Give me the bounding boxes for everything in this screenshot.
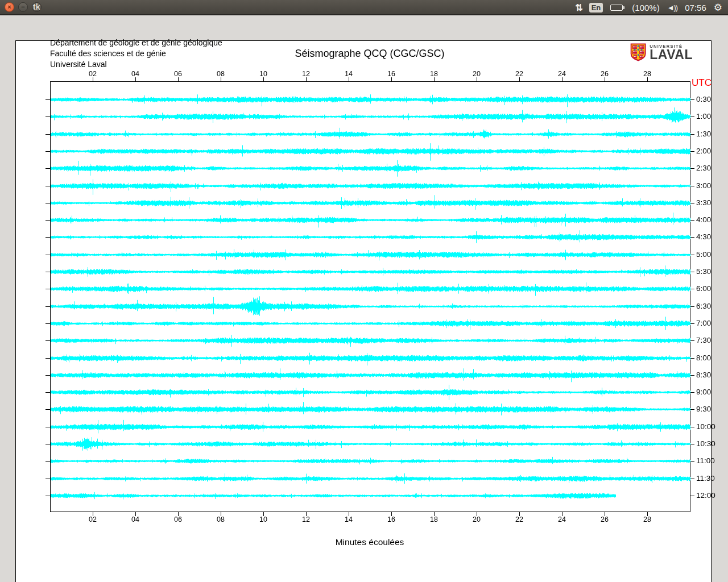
x-tick-label: 24	[553, 516, 570, 523]
x-tick-label: 06	[169, 516, 187, 523]
utc-axis-title: UTC	[692, 77, 712, 89]
system-tray: ⇅ En (100%) ◄)) 07:56 ⚙	[575, 0, 722, 15]
x-tick-label: 02	[84, 516, 101, 523]
window-titlebar: × − tk ⇅ En (100%) ◄)) 07:56 ⚙	[0, 0, 728, 15]
institution-line-2: Faculté des sciences et de génie	[50, 48, 166, 59]
x-tick-label: 22	[511, 70, 528, 78]
x-tick-label: 14	[340, 70, 357, 78]
x-tick-label: 04	[127, 516, 144, 523]
x-tick-label: 28	[639, 516, 656, 523]
x-tick-label: 20	[468, 70, 485, 78]
utc-time-label: 10:00	[696, 422, 715, 431]
utc-time-label: 4:30	[696, 232, 711, 242]
chart-title: Séismographe QCQ (CGC/GSC)	[199, 48, 540, 60]
x-tick-label: 20	[468, 516, 485, 523]
network-indicator-icon[interactable]: ⇅	[575, 2, 581, 13]
keyboard-layout-indicator[interactable]: En	[589, 3, 603, 13]
battery-percentage[interactable]: (100%)	[632, 3, 659, 13]
utc-time-label: 1:30	[696, 130, 711, 139]
minimize-button[interactable]: −	[18, 2, 28, 12]
x-tick-label: 12	[297, 516, 315, 523]
x-tick-label: 10	[255, 70, 272, 78]
utc-time-label: 1:00	[696, 112, 711, 121]
x-axis-title: Minutes écoulées	[256, 537, 483, 547]
x-tick-label: 12	[297, 70, 315, 78]
utc-time-label: 6:30	[696, 302, 711, 311]
x-tick-label: 28	[639, 70, 656, 78]
utc-time-label: 3:30	[696, 198, 711, 207]
close-button[interactable]: ×	[5, 2, 14, 12]
x-tick-label: 26	[596, 70, 613, 78]
utc-time-label: 11:00	[696, 456, 715, 465]
x-tick-label: 22	[511, 516, 528, 523]
institution-line-3: Université Laval	[50, 59, 107, 70]
x-tick-label: 18	[425, 516, 442, 523]
utc-time-label: 8:30	[696, 371, 711, 380]
utc-time-label: 0:30	[696, 95, 711, 104]
volume-icon[interactable]: ◄))	[667, 3, 678, 12]
window-title: tk	[33, 2, 40, 11]
utc-time-label: 2:00	[696, 147, 711, 156]
x-tick-label: 26	[596, 516, 613, 523]
utc-time-label: 2:30	[696, 164, 711, 173]
utc-time-label: 10:30	[696, 439, 715, 448]
helicorder-plot	[0, 15, 728, 582]
utc-time-label: 12:00	[696, 491, 715, 500]
utc-time-label: 7:30	[696, 336, 711, 345]
x-tick-label: 24	[553, 70, 570, 78]
clock[interactable]: 07:56	[685, 3, 706, 13]
session-gear-icon[interactable]: ⚙	[714, 2, 722, 14]
institution-line-1: Département de géologie et de génie géol…	[50, 38, 222, 48]
utc-time-label: 11:30	[696, 474, 715, 483]
utc-time-label: 6:00	[696, 284, 711, 293]
x-tick-label: 04	[127, 70, 144, 78]
laval-shield-icon	[630, 39, 646, 65]
x-tick-label: 18	[425, 70, 442, 78]
utc-time-label: 5:00	[696, 250, 711, 259]
battery-icon[interactable]	[610, 5, 624, 11]
x-tick-label: 16	[383, 516, 400, 523]
universite-laval-logo: UNIVERSITÉ LAVAL	[630, 39, 693, 66]
utc-time-label: 3:00	[696, 181, 711, 190]
utc-time-label: 8:00	[696, 354, 711, 363]
logo-text-laval: LAVAL	[650, 49, 693, 61]
x-tick-label: 08	[212, 70, 229, 78]
x-tick-label: 08	[212, 516, 229, 523]
utc-time-label: 9:00	[696, 388, 711, 397]
x-tick-label: 10	[255, 516, 272, 523]
x-tick-label: 06	[169, 70, 187, 78]
x-tick-label: 16	[383, 70, 400, 78]
utc-time-label: 7:00	[696, 319, 711, 328]
x-tick-label: 02	[84, 70, 101, 78]
utc-time-label: 5:30	[696, 267, 711, 276]
x-tick-label: 14	[340, 516, 357, 523]
utc-time-label: 4:00	[696, 215, 711, 225]
utc-time-label: 9:30	[696, 405, 711, 414]
